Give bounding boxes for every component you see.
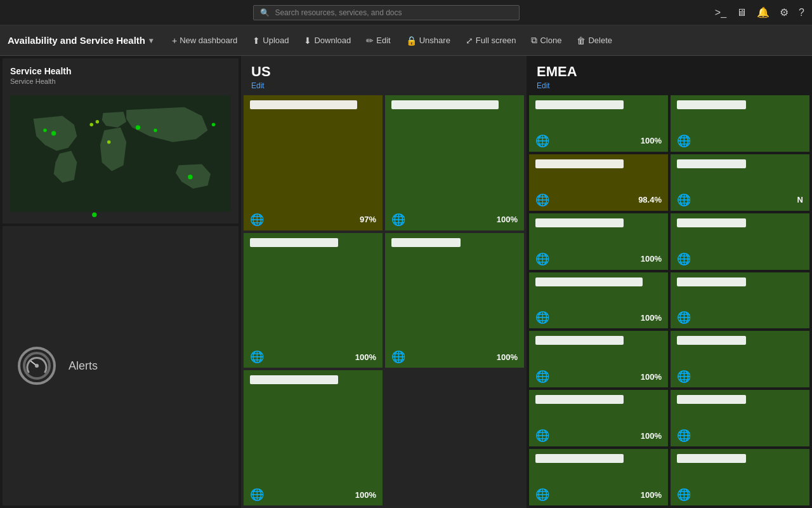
fullscreen-label: Full screen <box>476 36 516 45</box>
top-icons: >_ 🖥 🔔 ⚙ ? <box>715 6 804 18</box>
emea-metric-bottom: 🌐 100% <box>535 253 662 265</box>
us-metric-label <box>250 238 338 247</box>
emea-metric-bottom: 🌐 <box>677 430 803 441</box>
new-dashboard-button[interactable]: + New dashboard <box>166 33 244 48</box>
emea-metric-label <box>535 218 624 227</box>
us-header: US Edit <box>241 56 527 93</box>
emea-header: EMEA Edit <box>527 56 812 93</box>
feedback-icon[interactable]: 🖥 <box>737 7 747 18</box>
help-icon[interactable]: ? <box>799 7 804 18</box>
us-metric-bottom: 🌐 100% <box>250 489 376 500</box>
emea-metric-label <box>535 395 624 404</box>
bell-icon[interactable]: 🔔 <box>757 6 769 18</box>
unshare-button[interactable]: 🔒 Unshare <box>400 33 457 48</box>
globe-icon: 🌐 <box>677 312 691 323</box>
globe-icon: 🌐 <box>250 351 264 363</box>
title-chevron[interactable]: ▾ <box>149 36 153 45</box>
us-metrics-grid: 🌐 97% 🌐 100% 🌐 100% <box>241 93 527 508</box>
settings-icon[interactable]: ⚙ <box>780 6 789 18</box>
alerts-gauge-icon <box>18 347 56 385</box>
edit-icon: ✏ <box>366 36 374 46</box>
emea-metric-tile: 🌐 <box>671 390 809 446</box>
emea-metric-bottom: 🌐 100% <box>535 430 662 441</box>
download-icon: ⬇ <box>304 36 311 46</box>
clone-label: Clone <box>540 36 561 45</box>
svg-point-2 <box>92 212 96 217</box>
us-metric-tile: 🌐 100% <box>385 95 524 231</box>
main-content: Service Health Service Health <box>0 56 812 508</box>
world-map <box>10 90 231 217</box>
emea-metric-pct: 98.4% <box>638 195 662 204</box>
emea-metric-bottom: 🌐 <box>677 489 803 500</box>
svg-point-5 <box>136 125 140 130</box>
edit-button[interactable]: ✏ Edit <box>360 33 396 48</box>
clone-button[interactable]: ⧉ Clone <box>525 32 568 48</box>
us-metric-tile: 🌐 97% <box>244 95 383 231</box>
svg-point-7 <box>212 123 215 126</box>
title-text: Availability and Service Health <box>8 35 145 46</box>
dashboard-title: Availability and Service Health ▾ <box>8 35 153 46</box>
globe-icon: 🌐 <box>677 371 691 382</box>
svg-point-8 <box>188 175 192 179</box>
search-box[interactable]: 🔍 Search resources, services, and docs <box>253 5 520 20</box>
emea-metric-pct: 100% <box>641 431 662 441</box>
emea-metric-pct: 100% <box>641 254 662 264</box>
emea-edit-link[interactable]: Edit <box>537 81 802 90</box>
emea-metric-bottom: 🌐 98.4% <box>535 194 662 206</box>
emea-metric-tile: 🌐 <box>671 331 809 387</box>
upload-button[interactable]: ⬆ Upload <box>246 33 295 48</box>
globe-icon: 🌐 <box>391 214 405 225</box>
svg-point-13 <box>35 364 39 368</box>
us-metric-tile: 🌐 100% <box>244 233 383 368</box>
globe-icon: 🌐 <box>535 430 549 441</box>
globe-icon: 🌐 <box>535 489 549 500</box>
emea-metric-pct: 100% <box>641 372 662 382</box>
emea-metric-bottom: 🌐 100% <box>535 489 662 500</box>
emea-metric-label <box>535 100 624 109</box>
emea-metric-tile: 🌐 N <box>671 154 809 211</box>
emea-metric-label <box>535 454 624 463</box>
emea-metric-tile: 🌐 100% <box>529 213 668 270</box>
globe-icon: 🌐 <box>677 135 691 147</box>
us-metric-pct: 100% <box>497 215 518 224</box>
globe-icon: 🌐 <box>677 194 691 206</box>
emea-metric-tile: 🌐 100% <box>529 449 668 505</box>
terminal-icon[interactable]: >_ <box>715 7 726 18</box>
emea-metric-tile: 🌐 <box>671 95 809 152</box>
us-metric-bottom: 🌐 100% <box>391 351 518 363</box>
emea-metric-label <box>677 100 746 109</box>
download-label: Download <box>314 36 351 45</box>
trash-icon: 🗑 <box>577 36 586 46</box>
emea-metric-tile: 🌐 100% <box>529 331 668 387</box>
us-metric-tile: 🌐 100% <box>385 233 524 368</box>
emea-metric-label <box>677 336 746 345</box>
globe-icon: 🌐 <box>677 489 691 500</box>
world-map-svg <box>10 90 231 217</box>
nav-bar: Availability and Service Health ▾ + New … <box>0 25 812 56</box>
emea-metric-label <box>535 336 624 345</box>
us-metric-label <box>250 100 357 109</box>
emea-metric-bottom: 🌐 N <box>677 194 803 206</box>
emea-metric-pct: N <box>797 195 803 204</box>
fullscreen-button[interactable]: ⤢ Full screen <box>459 33 523 48</box>
emea-metric-pct: 100% <box>641 313 662 323</box>
delete-button[interactable]: 🗑 Delete <box>570 33 619 48</box>
clone-icon: ⧉ <box>531 35 537 46</box>
delete-label: Delete <box>588 36 612 45</box>
download-button[interactable]: ⬇ Download <box>298 33 357 48</box>
edit-label: Edit <box>376 36 390 45</box>
top-bar: 🔍 Search resources, services, and docs >… <box>0 0 812 25</box>
emea-metric-tile: 🌐 <box>671 449 809 505</box>
svg-point-4 <box>96 120 99 123</box>
alerts-label: Alerts <box>69 359 98 373</box>
us-metric-pct: 100% <box>355 490 376 500</box>
emea-metric-tile: 🌐 100% <box>529 390 668 446</box>
alerts-card: Alerts <box>3 226 239 505</box>
fullscreen-icon: ⤢ <box>466 36 473 46</box>
emea-metric-label <box>677 159 746 168</box>
emea-metric-label <box>677 218 746 227</box>
svg-point-3 <box>89 123 93 126</box>
us-edit-link[interactable]: Edit <box>251 81 516 90</box>
svg-point-9 <box>43 129 46 132</box>
svg-point-10 <box>107 140 110 144</box>
